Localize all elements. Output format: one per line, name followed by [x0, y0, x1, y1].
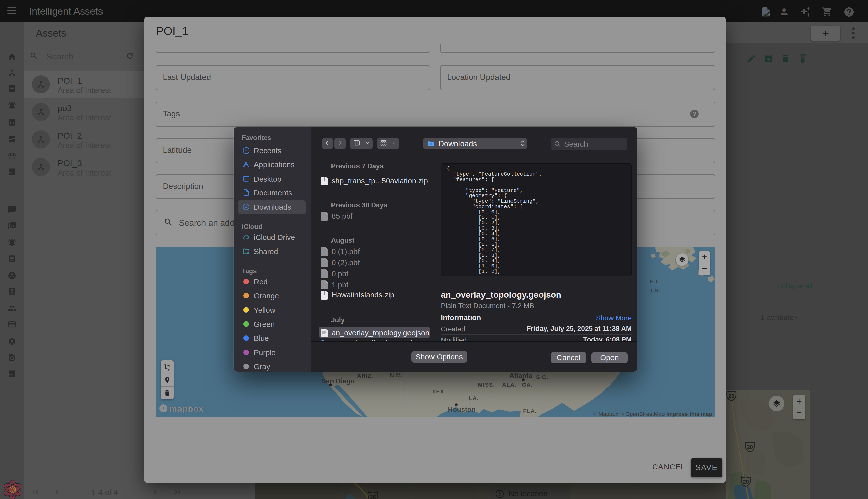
svg-text:20: 20 [728, 393, 734, 399]
svg-text:20: 20 [743, 478, 749, 485]
svg-text:26: 26 [370, 494, 376, 499]
svg-text:20: 20 [747, 444, 753, 450]
